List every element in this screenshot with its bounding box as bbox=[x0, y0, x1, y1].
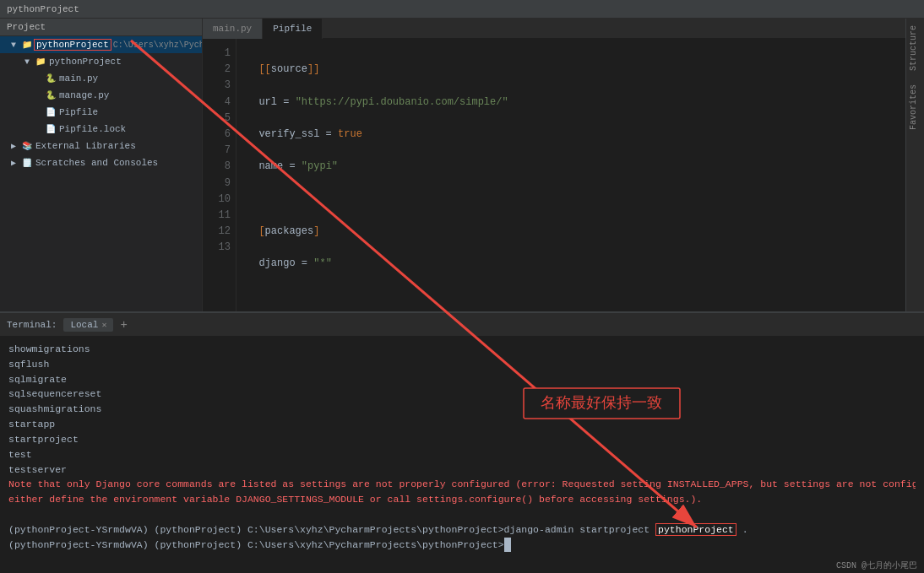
scratch-icon: 🗒️ bbox=[20, 156, 34, 170]
arrow-down-icon: ▼ bbox=[7, 38, 20, 51]
terminal-line-showmigrations: showmigrations bbox=[8, 342, 916, 357]
top-bar-title: pythonProject bbox=[7, 4, 79, 14]
code-line-3: verify_ssl = true bbox=[247, 127, 895, 143]
pipfile-label: Pipfile bbox=[59, 107, 98, 117]
code-line-1: [[source]] bbox=[247, 62, 895, 78]
favorites-tab[interactable]: Favorites bbox=[906, 78, 925, 137]
folder-icon: 📁 bbox=[20, 38, 34, 51]
arrow-right-icon-2: ▶ bbox=[7, 156, 20, 170]
terminal-tab-local[interactable]: Local ✕ bbox=[63, 318, 113, 332]
external-libs-label: External Libraries bbox=[35, 141, 136, 151]
sidebar-item-pipfile[interactable]: 📄 Pipfile bbox=[0, 104, 202, 121]
terminal-cmd-line2: (pythonProject-YSrmdwVA) (pythonProject)… bbox=[8, 538, 916, 553]
sidebar-item-external-libs[interactable]: ▶ 📚 External Libraries bbox=[0, 138, 202, 154]
manage-py-label: manage.py bbox=[59, 90, 109, 100]
terminal-cmd-line1: (pythonProject-YSrmdwVA) (pythonProject)… bbox=[8, 522, 916, 538]
editor-tabs: main.py Pipfile bbox=[203, 19, 905, 39]
bottom-bar-text: CSDN @七月的小尾巴 bbox=[836, 561, 917, 570]
line-numbers: 1 2 3 4 5 6 7 8 9 10 11 12 13 bbox=[203, 39, 236, 311]
folder-path: C:\Users\xyhz\PycharmProjects\pythor bbox=[113, 41, 203, 50]
terminal-area: Terminal: Local ✕ + showmigrations sqflu… bbox=[0, 311, 924, 573]
terminal-line-sqlflush: sqflush bbox=[8, 357, 916, 372]
arrow-right-icon: ▶ bbox=[7, 139, 20, 153]
terminal-error-line1: Note that only Django core commands are … bbox=[8, 477, 916, 492]
manage-py-icon: 🐍 bbox=[44, 89, 57, 102]
terminal-line-startproject: startproject bbox=[8, 432, 916, 447]
code-line-6: [packages] bbox=[247, 224, 895, 240]
code-content: [[source]] url = "https://pypi.doubanio.… bbox=[236, 39, 905, 311]
terminal-line-test: test bbox=[8, 447, 916, 462]
terminal-cmd-highlight: pythonProject bbox=[655, 523, 736, 536]
code-line-8 bbox=[247, 289, 895, 305]
scratches-label: Scratches and Consoles bbox=[35, 158, 158, 168]
terminal-cmd-line2-text: (pythonProject-YSrmdwVA) (pythonProject)… bbox=[8, 539, 511, 550]
code-line-2: url = "https://pypi.doubanio.com/simple/… bbox=[247, 95, 895, 111]
top-bar: pythonProject bbox=[0, 0, 924, 19]
subfolder-icon: 📁 bbox=[34, 55, 47, 68]
spacer bbox=[30, 72, 44, 85]
editor-area: main.py Pipfile 1 2 3 4 5 6 7 8 9 10 bbox=[203, 19, 905, 311]
sidebar-item-manage-py[interactable]: 🐍 manage.py bbox=[0, 87, 202, 104]
terminal-line-squashmigrations: squashmigrations bbox=[8, 402, 916, 417]
sidebar-item-pythonproject-root[interactable]: ▼ 📁 pythonProject C:\Users\xyhz\PycharmP… bbox=[0, 36, 202, 53]
pipfile-icon: 📄 bbox=[44, 105, 57, 119]
tab-pipfile[interactable]: Pipfile bbox=[263, 19, 323, 39]
sidebar-item-main-py[interactable]: 🐍 main.py bbox=[0, 70, 202, 87]
terminal-tabs: Terminal: Local ✕ + bbox=[0, 313, 924, 337]
terminal-cmd-suffix: . bbox=[736, 524, 748, 535]
terminal-error-line2: either define the environment variable D… bbox=[8, 492, 916, 507]
spacer4 bbox=[30, 122, 44, 136]
structure-tab[interactable]: Structure bbox=[906, 19, 925, 78]
terminal-tab-close[interactable]: ✕ bbox=[101, 320, 106, 330]
tab-main-py[interactable]: main.py bbox=[203, 19, 263, 39]
terminal-content[interactable]: showmigrations sqflush sqlmigrate sqlseq… bbox=[0, 337, 924, 573]
terminal-line-sqlsequencereset: sqlsequencereset bbox=[8, 387, 916, 402]
side-tabs: Structure Favorites bbox=[905, 19, 924, 311]
code-line-5 bbox=[247, 192, 895, 208]
sidebar-item-scratches[interactable]: ▶ 🗒️ Scratches and Consoles bbox=[0, 154, 202, 171]
terminal-line-startapp: startapp bbox=[8, 417, 916, 432]
pipfile-lock-label: Pipfile.lock bbox=[59, 124, 126, 134]
sidebar: Project ▼ 📁 pythonProject C:\Users\xyhz\… bbox=[0, 19, 203, 311]
bottom-bar: CSDN @七月的小尾巴 bbox=[829, 558, 924, 573]
terminal-add-button[interactable]: + bbox=[120, 318, 127, 332]
sidebar-header: Project bbox=[0, 19, 202, 36]
root-folder-label: pythonProject bbox=[34, 39, 111, 51]
sidebar-item-pythonproject-sub[interactable]: ▼ 📁 pythonProject bbox=[0, 53, 202, 70]
main-py-label: main.py bbox=[59, 73, 98, 84]
terminal-cmd-prefix: (pythonProject-YSrmdwVA) (pythonProject)… bbox=[8, 524, 655, 535]
editor-content: 1 2 3 4 5 6 7 8 9 10 11 12 13 [[ bbox=[203, 39, 905, 311]
sidebar-item-pipfile-lock[interactable]: 📄 Pipfile.lock bbox=[0, 121, 202, 138]
lib-icon: 📚 bbox=[20, 139, 34, 153]
pipfile-lock-icon: 📄 bbox=[44, 122, 57, 136]
code-line-4: name = "pypi" bbox=[247, 159, 895, 175]
terminal-tab-name-text: Local bbox=[70, 320, 98, 330]
code-line-7: django = "*" bbox=[247, 256, 895, 272]
spacer2 bbox=[30, 89, 44, 102]
arrow-down-icon-2: ▼ bbox=[20, 55, 34, 68]
terminal-line-testserver: testserver bbox=[8, 462, 916, 478]
spacer3 bbox=[30, 105, 44, 119]
terminal-label: Terminal: bbox=[7, 320, 57, 330]
subfolder-label: pythonProject bbox=[49, 57, 122, 67]
terminal-blank bbox=[8, 507, 916, 522]
terminal-line-sqlmigrate: sqlmigrate bbox=[8, 372, 916, 387]
py-file-icon: 🐍 bbox=[44, 72, 57, 85]
